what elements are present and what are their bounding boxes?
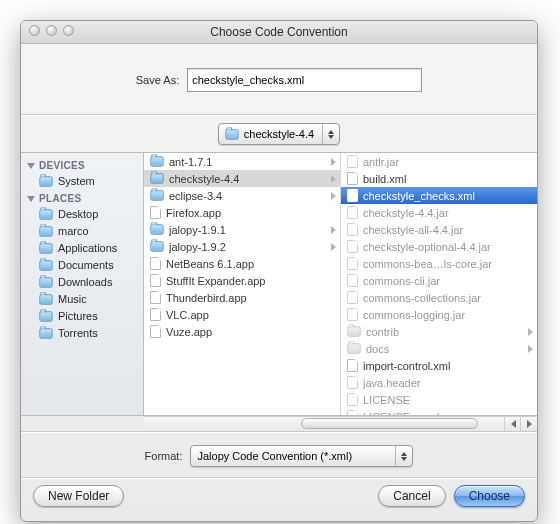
chevron-right-icon [528, 345, 533, 353]
file-row[interactable]: build.xml [341, 170, 537, 187]
file-row[interactable]: VLC.app [144, 306, 340, 323]
file-row[interactable]: commons-cli.jar [341, 272, 537, 289]
chevron-right-icon [331, 226, 336, 234]
folder-icon [150, 241, 163, 251]
folder-icon [347, 326, 360, 336]
file-row[interactable]: java.header [341, 374, 537, 391]
file-row[interactable]: checkstyle_checks.xml [341, 187, 537, 204]
file-row-label: commons-logging.jar [363, 309, 533, 321]
titlebar: Choose Code Convention [21, 21, 537, 44]
disclosure-triangle-icon [27, 196, 35, 202]
sidebar-item-label: System [58, 174, 95, 189]
file-row[interactable]: commons-bea…ls-core.jar [341, 255, 537, 272]
sidebar-item[interactable]: System [21, 173, 143, 190]
sidebar-item-label: Applications [58, 241, 117, 256]
file-row[interactable]: eclipse-3.4 [144, 187, 340, 204]
file-row-label: jalopy-1.9.1 [169, 224, 326, 236]
file-row[interactable]: LICENSE.apache [341, 408, 537, 415]
column-view: ant-1.7.1checkstyle-4.4eclipse-3.4Firefo… [144, 153, 537, 415]
file-icon [347, 291, 358, 304]
sidebar-item[interactable]: Music [21, 291, 143, 308]
sidebar-section-header[interactable]: PLACES [21, 190, 143, 206]
file-row-label: commons-bea…ls-core.jar [363, 258, 533, 270]
sidebar-section-header[interactable]: DEVICES [21, 157, 143, 173]
file-row-label: docs [366, 343, 523, 355]
file-icon [347, 223, 358, 236]
file-row-label: StuffIt Expander.app [166, 275, 336, 287]
file-row[interactable]: contrib [341, 323, 537, 340]
file-row-label: Thunderbird.app [166, 292, 336, 304]
cancel-button[interactable]: Cancel [378, 485, 445, 507]
minimize-icon[interactable] [46, 25, 57, 36]
folder-icon [39, 243, 52, 253]
scroll-left-icon[interactable] [504, 417, 521, 431]
sidebar-item[interactable]: Documents [21, 257, 143, 274]
file-row[interactable]: NetBeans 6.1.app [144, 255, 340, 272]
file-row[interactable]: checkstyle-all-4.4.jar [341, 221, 537, 238]
file-row[interactable]: StuffIt Expander.app [144, 272, 340, 289]
file-row[interactable]: Thunderbird.app [144, 289, 340, 306]
disclosure-triangle-icon [27, 163, 35, 169]
format-popup[interactable]: Jalopy Code Convention (*.xml) [190, 445, 413, 467]
file-row[interactable]: antlr.jar [341, 153, 537, 170]
file-icon [347, 257, 358, 270]
file-row[interactable]: ant-1.7.1 [144, 153, 340, 170]
file-row[interactable]: docs [341, 340, 537, 357]
scroll-thumb[interactable] [301, 418, 478, 429]
sidebar-item[interactable]: Torrents [21, 325, 143, 342]
scroll-right-icon[interactable] [520, 417, 537, 431]
path-popup[interactable]: checkstyle-4.4 [218, 123, 340, 145]
sidebar-item[interactable]: Pictures [21, 308, 143, 325]
chevron-right-icon [528, 328, 533, 336]
folder-icon [150, 224, 163, 234]
file-row[interactable]: LICENSE [341, 391, 537, 408]
saveas-input[interactable] [187, 68, 422, 92]
window-title: Choose Code Convention [210, 25, 347, 39]
folder-icon [39, 226, 52, 236]
file-icon [347, 172, 358, 185]
folder-icon [150, 173, 163, 183]
file-row[interactable]: Vuze.app [144, 323, 340, 340]
column-2[interactable]: antlr.jarbuild.xmlcheckstyle_checks.xmlc… [341, 153, 537, 415]
chevron-right-icon [331, 243, 336, 251]
file-icon [347, 376, 358, 389]
file-row[interactable]: checkstyle-optional-4.4.jar [341, 238, 537, 255]
file-row[interactable]: jalopy-1.9.1 [144, 221, 340, 238]
sidebar-item[interactable]: marco [21, 223, 143, 240]
format-row: Format: Jalopy Code Convention (*.xml) [21, 433, 537, 477]
file-row[interactable]: checkstyle-4.4.jar [341, 204, 537, 221]
app-icon [150, 274, 161, 287]
file-row-label: commons-collections.jar [363, 292, 533, 304]
file-row-label: import-control.xml [363, 360, 533, 372]
new-folder-button[interactable]: New Folder [33, 485, 124, 507]
file-row[interactable]: commons-logging.jar [341, 306, 537, 323]
sidebar-item[interactable]: Desktop [21, 206, 143, 223]
file-row[interactable]: Firefox.app [144, 204, 340, 221]
sidebar: DEVICESSystemPLACESDesktopmarcoApplicati… [21, 153, 144, 415]
file-row[interactable]: import-control.xml [341, 357, 537, 374]
choose-button[interactable]: Choose [454, 485, 525, 507]
app-icon [150, 257, 161, 270]
file-row-label: checkstyle-optional-4.4.jar [363, 241, 533, 253]
chevron-right-icon [331, 158, 336, 166]
file-icon [347, 393, 358, 406]
file-row[interactable]: jalopy-1.9.2 [144, 238, 340, 255]
file-row[interactable]: checkstyle-4.4 [144, 170, 340, 187]
format-popup-value: Jalopy Code Convention (*.xml) [197, 450, 352, 462]
app-icon [150, 308, 161, 321]
horizontal-scrollbar[interactable] [143, 416, 537, 431]
chevron-right-icon [331, 175, 336, 183]
file-row[interactable]: commons-collections.jar [341, 289, 537, 306]
sidebar-item-label: Music [58, 292, 87, 307]
file-browser: DEVICESSystemPLACESDesktopmarcoApplicati… [21, 152, 537, 416]
sidebar-item-label: Torrents [58, 326, 98, 341]
sidebar-section-title: DEVICES [39, 160, 85, 171]
sidebar-item[interactable]: Applications [21, 240, 143, 257]
file-row-label: commons-cli.jar [363, 275, 533, 287]
close-icon[interactable] [29, 25, 40, 36]
sidebar-item[interactable]: Downloads [21, 274, 143, 291]
column-1[interactable]: ant-1.7.1checkstyle-4.4eclipse-3.4Firefo… [144, 153, 341, 415]
folder-icon [39, 277, 52, 287]
file-row-label: VLC.app [166, 309, 336, 321]
zoom-icon[interactable] [63, 25, 74, 36]
